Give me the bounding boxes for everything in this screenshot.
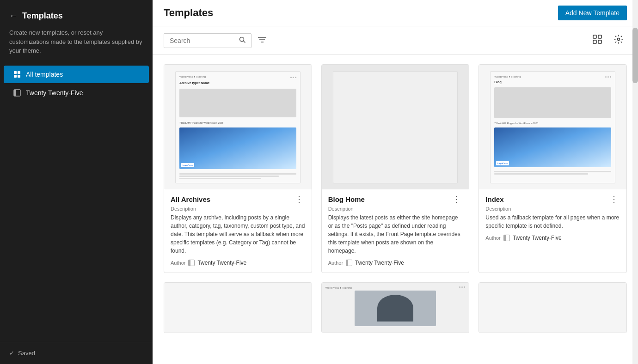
author-label: Author [485, 235, 500, 241]
sidebar-item-all-templates-label: All templates [26, 71, 63, 78]
theme-icon [503, 235, 510, 241]
amp-badge: LoginPress [181, 163, 194, 167]
preview-line [179, 176, 279, 177]
dot [607, 76, 609, 78]
template-preview-all-archives: WordPress ♦ Training Archive type: Name … [164, 65, 312, 189]
template-description: Used as a fallback template for all page… [485, 213, 620, 230]
preview-article-image: LoginPress [494, 127, 611, 167]
template-card-all-archives[interactable]: WordPress ♦ Training Archive type: Name … [164, 64, 312, 273]
search-input[interactable] [170, 37, 235, 44]
preview-dot [295, 77, 296, 78]
settings-button[interactable] [610, 33, 627, 48]
templates-grid: WordPress ♦ Training Archive type: Name … [153, 55, 638, 364]
template-card-footer: Index ⋮ Description Used as a fallback t… [479, 189, 626, 248]
scrollbar-track[interactable] [632, 0, 638, 364]
template-preview-blog-home [322, 65, 469, 189]
template-preview-index: WordPress ♦ Training Blog 7 Best AMP Plu… [479, 65, 626, 189]
dot [610, 76, 611, 78]
preview-dots-row [494, 76, 611, 78]
template-card-bottom-3[interactable] [478, 282, 627, 333]
svg-rect-13 [593, 40, 596, 43]
search-icon [239, 36, 245, 45]
preview-dot [293, 77, 294, 78]
template-author-row: Author Twenty Twenty-Five [485, 235, 620, 241]
theme-icon [188, 260, 195, 266]
svg-rect-2 [14, 75, 17, 78]
svg-rect-14 [598, 40, 601, 43]
saved-label: Saved [18, 350, 35, 357]
template-description: Displays the latest posts as either the … [328, 213, 463, 255]
template-card-blog-home[interactable]: Blog Home ⋮ Description Displays the lat… [321, 64, 470, 273]
author-label: Author [171, 260, 185, 266]
preview-dots-row-2 [459, 286, 465, 288]
check-icon: ✓ [9, 350, 14, 357]
preview-index-gray [494, 87, 611, 119]
preview-article-label: 7 Best AMP Plugins for WordPress in 2023 [179, 121, 296, 124]
template-name: Index [485, 195, 503, 203]
theme-icon [346, 260, 352, 266]
template-card-header-row: Blog Home ⋮ [328, 195, 463, 203]
preview-dot [290, 77, 292, 78]
template-card-footer: Blog Home ⋮ Description Displays the lat… [322, 189, 469, 273]
template-more-button[interactable]: ⋮ [293, 195, 305, 203]
sidebar-back-button[interactable]: ← [9, 11, 18, 21]
template-card-bottom-2[interactable]: WordPress ♦ Training [321, 282, 470, 333]
template-more-button[interactable]: ⋮ [608, 195, 620, 203]
scrollbar-thumb[interactable] [632, 28, 638, 83]
template-more-button[interactable]: ⋮ [450, 195, 462, 203]
grid-view-button[interactable] [589, 33, 606, 48]
amp-badge: LoginPress [496, 161, 509, 165]
sidebar-item-twenty-twenty-five[interactable]: Twenty Twenty-Five [4, 84, 149, 102]
preview-theme-label-2: WordPress ♦ Training [325, 286, 352, 289]
filter-button[interactable] [256, 35, 268, 47]
preview-inner [322, 65, 469, 189]
svg-line-7 [244, 41, 245, 42]
dot [459, 286, 460, 288]
template-author-row: Author Twenty Twenty-Five [171, 260, 305, 266]
main-content: Templates Add New Template [153, 0, 638, 364]
author-name: Twenty Twenty-Five [355, 260, 404, 266]
archive-preview: WordPress ♦ Training Archive type: Name … [175, 71, 301, 183]
preview-text-block [179, 173, 296, 179]
svg-rect-11 [593, 35, 596, 38]
sidebar-item-twenty-twenty-five-label: Twenty Twenty-Five [26, 89, 83, 97]
dot [605, 76, 607, 78]
preview-line [494, 171, 611, 172]
template-preview-bottom-3 [479, 283, 626, 333]
template-description: Displays any archive, including posts by… [171, 213, 305, 255]
preview-archive-title: Archive type: Name [179, 81, 296, 85]
index-preview: WordPress ♦ Training Blog 7 Best AMP Plu… [490, 71, 615, 183]
preview-line [179, 173, 296, 175]
preview-index-title: Blog [494, 80, 611, 84]
theme-icon [13, 89, 21, 97]
sidebar-footer: ✓ Saved [0, 342, 153, 364]
preview-text-block [494, 171, 611, 175]
dark-shape [377, 295, 414, 322]
svg-rect-5 [14, 90, 16, 96]
photo-placeholder [355, 291, 436, 326]
sidebar: ← Templates Create new templates, or res… [0, 0, 153, 364]
sidebar-nav: All templates Twenty Twenty-Five [0, 65, 153, 342]
main-toolbar [153, 26, 638, 55]
page-title: Templates [164, 7, 213, 19]
preview-article-image: LoginPress [179, 127, 296, 169]
template-preview-bottom-1 [164, 283, 312, 333]
toolbar-right [589, 33, 627, 48]
sidebar-header: ← Templates [0, 0, 153, 28]
svg-rect-12 [598, 35, 601, 38]
add-new-template-button[interactable]: Add New Template [558, 6, 627, 20]
template-author-row: Author Twenty Twenty-Five [328, 260, 463, 266]
author-name: Twenty Twenty-Five [197, 260, 246, 266]
grid-icon [13, 70, 21, 79]
template-card-bottom-1[interactable] [164, 282, 312, 333]
template-card-index[interactable]: WordPress ♦ Training Blog 7 Best AMP Plu… [478, 64, 627, 273]
toolbar-left [164, 33, 268, 48]
preview-gray-area [179, 89, 296, 117]
search-box[interactable] [164, 33, 252, 48]
template-desc-label: Description [171, 206, 305, 212]
preview-inner: WordPress ♦ Training Archive type: Name … [164, 65, 312, 189]
sidebar-item-all-templates[interactable]: All templates [4, 66, 149, 83]
template-desc-label: Description [485, 206, 620, 212]
sidebar-description: Create new templates, or reset any custo… [0, 28, 153, 65]
svg-rect-0 [14, 71, 17, 74]
